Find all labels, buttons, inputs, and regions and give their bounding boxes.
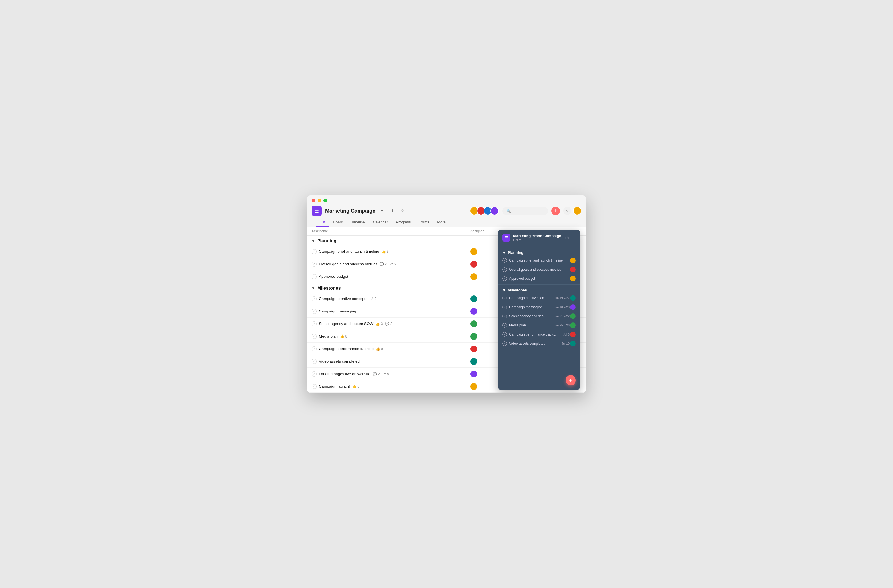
task-check[interactable]: ✓ [311, 296, 317, 302]
panel-task-name[interactable]: Campaign brief and launch timeline [509, 258, 570, 262]
col-task-name: Task name [311, 229, 471, 233]
task-assignee [471, 370, 477, 377]
task-check[interactable]: ✓ [311, 249, 317, 254]
app-title: Marketing Campaign [325, 208, 376, 214]
panel-task-name[interactable]: Video assets completed [509, 342, 559, 345]
tab-board[interactable]: Board [330, 218, 347, 226]
close-button[interactable] [311, 199, 315, 202]
star-button[interactable]: ☆ [398, 207, 406, 215]
panel-header: ☰ Marketing Brand Campaign List ▾ ⚙ ⋯ [498, 230, 580, 246]
panel-task-check[interactable]: ✓ [502, 296, 507, 300]
tab-progress[interactable]: Progress [392, 218, 414, 226]
panel-task-check[interactable]: ✓ [502, 332, 507, 337]
section-arrow-milestones[interactable]: ▼ [311, 286, 315, 290]
panel-task-name[interactable]: Select agency and secu... [509, 314, 552, 318]
task-name[interactable]: Media plan 👍 8 [319, 334, 347, 338]
task-name[interactable]: Video assets completed [319, 359, 360, 363]
user-avatar[interactable] [573, 207, 582, 215]
task-name[interactable]: Campaign launch! 👍 8 [319, 384, 359, 388]
task-check[interactable]: ✓ [311, 346, 317, 351]
task-assignee [471, 273, 477, 280]
task-assignee [471, 345, 477, 352]
panel-task-avatar [570, 304, 576, 310]
task-name-cell: ✓ Media plan 👍 8 [311, 334, 471, 339]
tab-calendar[interactable]: Calendar [370, 218, 392, 226]
task-assignee [471, 261, 477, 267]
task-check[interactable]: ✓ [311, 334, 317, 339]
panel-task-name[interactable]: Campaign performance track... [509, 332, 561, 336]
panel-divider [498, 284, 580, 285]
panel-subtitle-text: List [513, 238, 518, 242]
panel-task-check[interactable]: ✓ [502, 314, 507, 318]
subtasks-count: ⎇ 5 [389, 262, 396, 266]
tab-forms[interactable]: Forms [415, 218, 433, 226]
task-check[interactable]: ✓ [311, 309, 317, 314]
section-arrow-planning[interactable]: ▼ [311, 239, 315, 243]
panel-task-name[interactable]: Overall goals and success metrics [509, 267, 570, 272]
panel-settings-button[interactable]: ⚙ [565, 235, 569, 240]
task-name[interactable]: Campaign performance tracking 👍 8 [319, 346, 383, 351]
task-name[interactable]: Campaign creative concepts ⎇ 3 [319, 297, 376, 301]
task-name-cell: ✓ Overall goals and success metrics 💬 2 … [311, 261, 471, 267]
panel-task-name[interactable]: Campaign messaging [509, 305, 552, 309]
panel-task-check[interactable]: ✓ [502, 341, 507, 346]
maximize-button[interactable] [323, 199, 327, 202]
task-check[interactable]: ✓ [311, 321, 317, 327]
panel-add-button[interactable]: + [565, 375, 576, 386]
panel-task-avatar [570, 258, 576, 263]
panel-task-row: ✓ Campaign performance track... Jul 3 [498, 330, 580, 339]
avatar-4[interactable] [490, 207, 499, 215]
task-name-cell: ✓ Approved budget [311, 274, 471, 279]
tab-timeline[interactable]: Timeline [348, 218, 368, 226]
task-assignee [471, 333, 477, 340]
add-button[interactable]: + [551, 207, 560, 215]
dropdown-button[interactable]: ▾ [378, 207, 386, 215]
search-bar[interactable]: 🔍 [502, 207, 548, 215]
task-meta: 👍 8 [340, 334, 347, 338]
task-name[interactable]: Landing pages live on website 💬 2 ⎇ 5 [319, 372, 389, 376]
panel-task-check[interactable]: ✓ [502, 323, 507, 328]
team-avatars [470, 207, 499, 215]
panel-task-date: Jul 3 [563, 333, 570, 336]
task-name[interactable]: Select agency and secure SOW 👍 3 💬 2 [319, 322, 392, 326]
task-check[interactable]: ✓ [311, 384, 317, 389]
task-check[interactable]: ✓ [311, 261, 317, 267]
task-name[interactable]: Campaign brief and launch timeline 👍 3 [319, 249, 389, 254]
task-check[interactable]: ✓ [311, 359, 317, 364]
panel-milestones-label: Milestones [508, 288, 527, 292]
task-name[interactable]: Campaign messaging [319, 309, 356, 314]
task-meta: 👍 3 💬 2 [376, 322, 392, 326]
task-name[interactable]: Overall goals and success metrics 💬 2 ⎇ … [319, 262, 396, 266]
help-button[interactable]: ? [563, 207, 571, 215]
panel-section-arrow-planning[interactable]: ▼ [502, 250, 506, 255]
minimize-button[interactable] [317, 199, 321, 202]
panel-task-date: Jun 21 – 22 [554, 315, 570, 318]
panel-task-row: ✓ Media plan Jun 25 – 26 [498, 321, 580, 330]
panel-task-check[interactable]: ✓ [502, 305, 507, 309]
panel-task-avatar [570, 295, 576, 301]
panel-subtitle: List ▾ [513, 238, 562, 242]
tab-list[interactable]: List [316, 218, 329, 226]
info-button[interactable]: ℹ [388, 207, 396, 215]
title-bar: ☰ Marketing Campaign ▾ ℹ ☆ 🔍 + [307, 195, 586, 227]
panel-more-button[interactable]: ⋯ [571, 235, 576, 240]
panel-task-check[interactable]: ✓ [502, 267, 507, 272]
panel-task-row: ✓ Approved budget [498, 274, 580, 283]
comments-count: 💬 2 [380, 262, 387, 266]
task-check[interactable]: ✓ [311, 274, 317, 279]
panel-task-name[interactable]: Campaign creative con... [509, 296, 552, 300]
tab-more[interactable]: More... [434, 218, 452, 226]
panel-task-name[interactable]: Approved budget [509, 277, 570, 280]
search-icon: 🔍 [506, 209, 511, 213]
panel-section-arrow-milestones[interactable]: ▼ [502, 288, 506, 292]
likes-count: 👍 8 [340, 334, 347, 338]
task-check[interactable]: ✓ [311, 371, 317, 376]
panel-task-check[interactable]: ✓ [502, 258, 507, 263]
task-name[interactable]: Approved budget [319, 274, 348, 279]
panel-task-avatar [570, 314, 576, 319]
panel-subtitle-arrow: ▾ [519, 238, 521, 242]
task-meta: 👍 8 [352, 384, 359, 388]
panel-task-check[interactable]: ✓ [502, 276, 507, 281]
panel-task-name[interactable]: Media plan [509, 323, 552, 327]
panel-task-row: ✓ Video assets completed Jul 10 [498, 339, 580, 348]
